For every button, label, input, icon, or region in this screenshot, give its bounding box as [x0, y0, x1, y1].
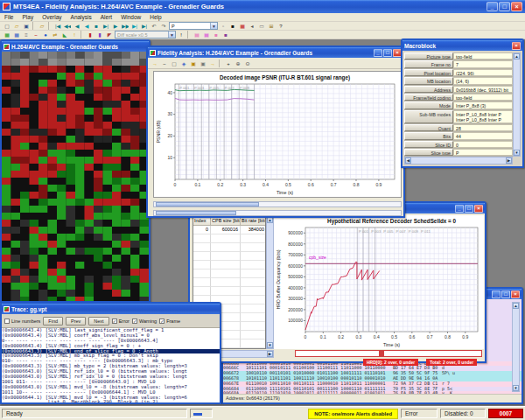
open-file-icon[interactable]: ▱	[12, 22, 21, 30]
scrollbar-thumb[interactable]	[156, 202, 259, 206]
checker-toggle-icon[interactable]: ▫	[219, 22, 228, 30]
menu-analysis[interactable]: Analysis	[66, 14, 96, 20]
stop-black-icon[interactable]: ■	[228, 22, 237, 30]
scroll-down-icon[interactable]: ▼	[514, 150, 520, 156]
trace-log-view[interactable]: (0x00006643.4) [SLV:MBL] last_significan…	[2, 328, 220, 402]
prev-button[interactable]: Prev	[66, 317, 86, 326]
error-checkbox[interactable]: ✓ Error	[112, 318, 130, 324]
table-header-cell[interactable]: Index	[193, 217, 211, 226]
plane-y-icon[interactable]: ▮	[86, 31, 94, 38]
plane-u-icon[interactable]: ▮	[95, 31, 104, 38]
error-map-icon[interactable]: ▦	[238, 22, 247, 30]
motion-vectors-icon[interactable]: ◣	[60, 31, 69, 38]
fast-forward-icon[interactable]: ▶▶	[121, 22, 130, 30]
open-stream-icon[interactable]: ▱	[38, 22, 46, 30]
goto-end-icon[interactable]: ▶|	[140, 22, 149, 30]
maximize-button[interactable]: □	[499, 2, 510, 11]
scroll-right-icon[interactable]: ▶	[267, 351, 273, 357]
scroll-down-icon[interactable]: ▼	[267, 342, 273, 348]
frame-checkbox[interactable]: ✓ Frame	[159, 318, 180, 324]
table-header-cell[interactable]: CPB size [bits]	[211, 217, 241, 226]
menu-overlay[interactable]: Overlay	[38, 14, 66, 20]
hex-minimize-button[interactable]: _	[492, 290, 500, 298]
hrd-minimize-button[interactable]: _	[455, 205, 464, 213]
stop-icon[interactable]: ■	[92, 22, 101, 30]
block-magenta-icon[interactable]: ▤	[202, 31, 211, 38]
table-header-cell[interactable]: Bit rate [bits	[241, 217, 266, 226]
nav-next-icon[interactable]: →	[208, 60, 217, 67]
zoom-in-icon[interactable]: +	[224, 60, 233, 67]
lock-gold-icon[interactable]: ▣	[189, 60, 198, 67]
trace-window-titlebar[interactable]: Trace: gg.vpt	[2, 304, 220, 314]
chevron-down-icon[interactable]: ▼	[210, 23, 217, 29]
scroll-up-icon[interactable]: ▲	[267, 217, 273, 223]
macroblock-hscrollbar[interactable]: ◀ ▶	[404, 157, 513, 164]
video-window-titlebar[interactable]: H.264/AVC Example - Grenadier Guards	[2, 41, 149, 52]
psnr-zoom-scrollbar[interactable]	[153, 210, 402, 216]
grid-add-icon[interactable]: ⊞	[267, 22, 276, 30]
menu-window[interactable]: Window	[116, 14, 145, 20]
block-rose-icon[interactable]: ■	[212, 31, 220, 38]
scrollbar-thumb[interactable]	[156, 211, 236, 215]
hex-close-button[interactable]: ×	[511, 290, 520, 298]
find-button[interactable]: Find	[43, 317, 63, 326]
step-forward-icon[interactable]: ▶|	[130, 22, 139, 30]
fidelity-window-titlebar[interactable]: Fidelity Analysis: H.264/AVC Example - G…	[148, 47, 403, 58]
goto-start-icon[interactable]: |◀	[53, 22, 62, 30]
pause-forward-icon[interactable]: ▶|	[102, 22, 110, 30]
macroblock-titlebar[interactable]: Macroblock ×	[402, 40, 522, 51]
step-backward-icon[interactable]: ◀	[73, 22, 81, 30]
hrd-close-button[interactable]: ×	[474, 205, 483, 213]
next-button[interactable]: Next	[88, 317, 108, 326]
new-file-icon[interactable]: ▢	[3, 22, 11, 30]
trace-line[interactable]: List 0. Macroblock 290, Block 0 (in 2)	[2, 400, 220, 402]
frame-type-combo[interactable]: P▼	[169, 22, 218, 30]
page-icon[interactable]: ▢	[170, 60, 178, 67]
save-file-icon[interactable]: ▣	[22, 22, 31, 30]
macroblock-vscrollbar[interactable]: ▲ ▼	[513, 52, 521, 157]
block-violet-icon[interactable]: ■	[221, 31, 230, 38]
hrd-maximize-button[interactable]: □	[465, 205, 473, 213]
waveform-icon[interactable]: ~	[32, 31, 40, 38]
nav-back-icon[interactable]: →	[150, 60, 159, 67]
minimize-button[interactable]: _	[486, 2, 498, 11]
menu-file[interactable]: File	[0, 14, 18, 20]
fast-backward-icon[interactable]: ◀◀	[63, 22, 72, 30]
play-backward-icon[interactable]: ◀	[82, 22, 91, 30]
scroll-up-icon[interactable]: ▲	[513, 303, 519, 309]
list-view-icon[interactable]: ≡	[22, 31, 31, 38]
info-icon[interactable]: ●	[41, 31, 50, 38]
menu-alert[interactable]: Alert	[96, 14, 116, 20]
menu-help[interactable]: Help	[145, 14, 165, 20]
fid-maximize-button[interactable]: □	[383, 49, 392, 57]
table-row[interactable]: 0600016384000	[193, 226, 265, 234]
crosshair-icon[interactable]: ⊕	[234, 60, 242, 67]
undo-icon[interactable]: ↶	[150, 22, 158, 30]
decoded-video-view[interactable]	[2, 52, 149, 301]
scroll-right-icon[interactable]: ▶	[506, 158, 512, 164]
hrd-position-slider[interactable]	[295, 350, 482, 357]
help-icon[interactable]: ?	[276, 22, 285, 30]
slider-thumb[interactable]	[379, 351, 384, 356]
tooltip-toggle-icon[interactable]: ▭	[257, 22, 266, 30]
block-pink-icon[interactable]: ▤	[192, 31, 201, 38]
drop-small-icon[interactable]: ◂	[248, 22, 256, 30]
fid-minimize-button[interactable]: _	[374, 49, 382, 57]
line-numbers-checkbox[interactable]: Line numbers	[4, 318, 40, 324]
overlay-blue-icon[interactable]: ▦	[12, 31, 21, 38]
exclaim-icon[interactable]: !	[177, 31, 186, 38]
zoom-out-icon[interactable]: −	[160, 60, 169, 67]
redo-icon[interactable]: ↷	[159, 22, 168, 30]
psnr-time-scrollbar[interactable]	[153, 201, 402, 207]
lock-gray-icon[interactable]: ▣	[199, 60, 207, 67]
alert-icon[interactable]: !	[70, 31, 79, 38]
scroll-down-icon[interactable]: ▼	[513, 385, 519, 391]
macroblock-close-button[interactable]: ×	[512, 42, 521, 50]
marker-icon[interactable]: ◈	[179, 60, 188, 67]
overlay-green-icon[interactable]: ▦	[3, 31, 11, 38]
hex-maximize-button[interactable]: □	[501, 290, 510, 298]
menu-play[interactable]: Play	[18, 14, 38, 20]
play-icon[interactable]: ▶	[111, 22, 120, 30]
close-button[interactable]: ×	[511, 2, 522, 11]
magnifier-icon[interactable]: ⊙	[243, 60, 252, 67]
